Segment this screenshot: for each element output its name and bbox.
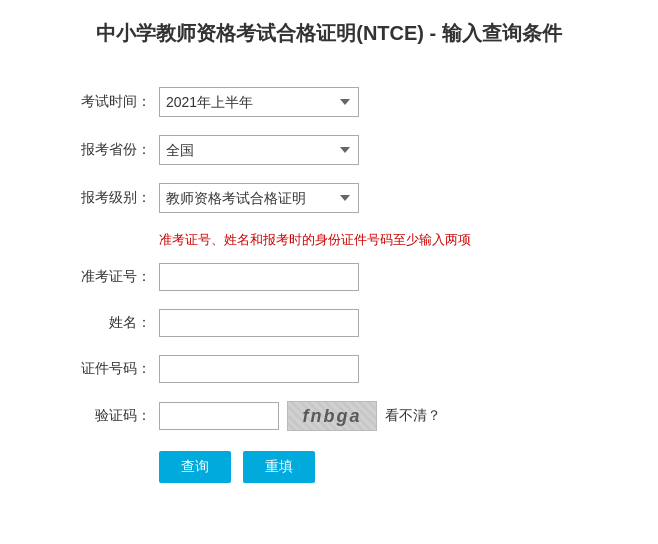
exam-no-label: 准考证号： <box>69 268 159 286</box>
name-wrapper <box>159 309 589 337</box>
name-row: 姓名： <box>69 309 589 337</box>
exam-time-select[interactable]: 2021年上半年 2020年下半年 2020年上半年 <box>159 87 359 117</box>
level-label: 报考级别： <box>69 189 159 207</box>
captcha-refresh-link[interactable]: 看不清？ <box>385 407 441 425</box>
captcha-text: fnbga <box>303 406 362 427</box>
id-wrapper <box>159 355 589 383</box>
province-select[interactable]: 全国 北京 上海 广东 <box>159 135 359 165</box>
province-wrapper: 全国 北京 上海 广东 <box>159 135 589 165</box>
name-input[interactable] <box>159 309 359 337</box>
level-select[interactable]: 教师资格考试合格证明 中学教师 小学教师 <box>159 183 359 213</box>
exam-no-input[interactable] <box>159 263 359 291</box>
error-message: 准考证号、姓名和报考时的身份证件号码至少输入两项 <box>159 231 589 249</box>
page-container: 中小学教师资格考试合格证明(NTCE) - 输入查询条件 考试时间： 2021年… <box>0 0 658 544</box>
captcha-input[interactable] <box>159 402 279 430</box>
id-label: 证件号码： <box>69 360 159 378</box>
exam-time-wrapper: 2021年上半年 2020年下半年 2020年上半年 <box>159 87 589 117</box>
level-wrapper: 教师资格考试合格证明 中学教师 小学教师 <box>159 183 589 213</box>
captcha-row: 验证码： fnbga 看不清？ <box>69 401 589 431</box>
page-title: 中小学教师资格考试合格证明(NTCE) - 输入查询条件 <box>30 20 628 57</box>
province-row: 报考省份： 全国 北京 上海 广东 <box>69 135 589 165</box>
level-row: 报考级别： 教师资格考试合格证明 中学教师 小学教师 <box>69 183 589 213</box>
exam-time-row: 考试时间： 2021年上半年 2020年下半年 2020年上半年 <box>69 87 589 117</box>
id-row: 证件号码： <box>69 355 589 383</box>
id-input[interactable] <box>159 355 359 383</box>
exam-no-row: 准考证号： <box>69 263 589 291</box>
query-button[interactable]: 查询 <box>159 451 231 483</box>
exam-no-wrapper <box>159 263 589 291</box>
exam-time-label: 考试时间： <box>69 93 159 111</box>
captcha-label: 验证码： <box>69 407 159 425</box>
form-container: 考试时间： 2021年上半年 2020年下半年 2020年上半年 报考省份： 全… <box>69 87 589 483</box>
province-label: 报考省份： <box>69 141 159 159</box>
captcha-image[interactable]: fnbga <box>287 401 377 431</box>
button-row: 查询 重填 <box>159 451 589 483</box>
reset-button[interactable]: 重填 <box>243 451 315 483</box>
name-label: 姓名： <box>69 314 159 332</box>
